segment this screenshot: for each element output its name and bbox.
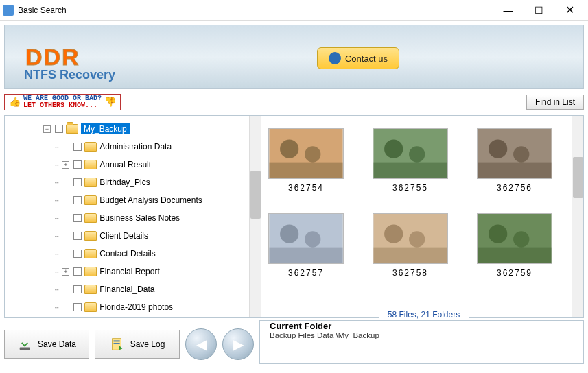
folder-icon (84, 285, 97, 294)
svg-rect-7 (373, 163, 447, 178)
tree-label: My_Backup (81, 123, 130, 134)
save-log-icon (110, 337, 125, 352)
preview-panel: 362754362755362756362757362758362759 (261, 116, 583, 317)
thumbnail-caption: 362754 (268, 183, 344, 193)
svg-rect-19 (373, 248, 447, 263)
tree-item[interactable]: ····Business Sales Notes (5, 209, 261, 227)
svg-point-2 (305, 146, 320, 162)
svg-rect-24 (20, 348, 30, 350)
titlebar: Basic Search — ☐ ✕ (0, 0, 588, 21)
contact-icon (329, 52, 341, 64)
window-title: Basic Search (18, 5, 493, 15)
tree-item[interactable]: ····Birthday_Pics (5, 173, 261, 191)
feedback-line2: LET OTHERS KNOW... (23, 102, 102, 109)
svg-point-14 (305, 231, 320, 247)
folder-icon (84, 249, 97, 258)
tree-label: Business Sales Notes (99, 213, 180, 223)
checkbox[interactable] (73, 143, 82, 151)
nav-forward-button[interactable]: ▶ (222, 328, 254, 360)
thumbnail-image (477, 213, 552, 264)
header-banner: DDR NTFS Recovery Contact us (4, 25, 584, 89)
checkbox[interactable] (73, 214, 82, 222)
expand-icon[interactable]: + (62, 161, 69, 169)
thumbnail-item[interactable]: 362754 (268, 128, 344, 193)
current-folder-panel: 58 Files, 21 Folders Current Folder Back… (259, 320, 584, 364)
svg-rect-23 (478, 248, 551, 263)
tree-label: Annual Result (99, 160, 151, 169)
checkbox[interactable] (73, 160, 82, 169)
footer: Save Data Save Log ◀ ▶ 58 Files, 21 Fold… (4, 325, 584, 363)
folder-icon (84, 213, 97, 223)
thumbnail-item[interactable]: 362756 (477, 128, 552, 193)
contact-us-button[interactable]: Contact us (317, 47, 399, 69)
svg-rect-15 (269, 248, 342, 263)
svg-point-6 (409, 146, 425, 162)
svg-point-21 (489, 225, 507, 243)
thumbnail-caption: 362755 (373, 183, 448, 193)
tree-label: Financial Report (99, 267, 159, 276)
folder-tree[interactable]: −My_Backup····Administration Data····+An… (5, 116, 261, 316)
svg-point-13 (280, 225, 298, 243)
maximize-button[interactable]: ☐ (524, 1, 554, 20)
tree-item[interactable]: ····Financial_Data (5, 280, 261, 298)
save-data-button[interactable]: Save Data (4, 330, 89, 359)
svg-point-1 (280, 140, 298, 158)
checkbox[interactable] (73, 196, 82, 204)
tree-root[interactable]: −My_Backup (5, 120, 261, 138)
checkbox[interactable] (73, 285, 82, 293)
svg-point-10 (513, 146, 529, 162)
folder-tree-panel: −My_Backup····Administration Data····+An… (5, 116, 261, 317)
folder-icon (84, 231, 97, 241)
tree-item[interactable]: ····Budget Analysis Documents (5, 191, 261, 209)
expand-icon[interactable]: + (62, 268, 69, 276)
tree-item[interactable]: ····Client Details (5, 227, 261, 245)
preview-scrollbar[interactable] (572, 116, 583, 317)
nav-back-button[interactable]: ◀ (185, 328, 217, 360)
checkbox[interactable] (73, 303, 82, 311)
product-subtitle: NTFS Recovery (24, 68, 115, 82)
minimize-button[interactable]: — (493, 1, 524, 20)
svg-rect-11 (478, 163, 551, 178)
svg-rect-26 (113, 341, 119, 342)
thumbnail-item[interactable]: 362757 (268, 213, 344, 278)
find-in-list-button[interactable]: Find in List (526, 95, 584, 110)
toolbar: 👍 WE ARE GOOD OR BAD? LET OTHERS KNOW...… (4, 93, 584, 111)
thumbnail-item[interactable]: 362759 (477, 213, 552, 278)
folder-icon (84, 160, 97, 169)
tree-item[interactable]: ····+Financial Report (5, 263, 261, 280)
thumbnail-item[interactable]: 362755 (373, 128, 448, 193)
folder-icon (84, 142, 97, 152)
tree-item[interactable]: ····+Annual Result (5, 156, 261, 173)
feedback-badge[interactable]: 👍 WE ARE GOOD OR BAD? LET OTHERS KNOW...… (4, 94, 121, 110)
svg-point-9 (489, 140, 507, 158)
checkbox[interactable] (55, 125, 63, 133)
thumbnail-image (373, 213, 448, 264)
tree-scrollbar[interactable] (249, 116, 261, 317)
svg-rect-27 (113, 343, 119, 344)
checkbox[interactable] (73, 178, 82, 186)
thumbnail-grid: 362754362755362756362757362758362759 (261, 116, 583, 290)
checkbox[interactable] (73, 250, 82, 258)
collapse-icon[interactable]: − (43, 125, 51, 133)
tree-label: Contact Details (99, 249, 155, 258)
thumbnail-item[interactable]: 362758 (373, 213, 448, 278)
svg-point-22 (513, 231, 529, 247)
thumbnail-image (373, 128, 448, 179)
tree-item[interactable]: ····Florida-2019 photos (5, 298, 261, 316)
current-folder-header: Current Folder (270, 321, 578, 331)
tree-item[interactable]: ····Administration Data (5, 138, 261, 156)
folder-icon (84, 178, 97, 187)
save-log-button[interactable]: Save Log (95, 330, 180, 359)
folder-icon (66, 124, 78, 134)
tree-label: Client Details (99, 231, 148, 241)
logo: DDR (25, 44, 80, 71)
checkbox[interactable] (73, 267, 82, 276)
checkbox[interactable] (73, 232, 82, 240)
save-log-label: Save Log (130, 339, 165, 349)
tree-item[interactable]: ····Contact Details (5, 245, 261, 263)
svg-point-18 (409, 231, 425, 247)
close-button[interactable]: ✕ (554, 1, 585, 20)
app-icon (3, 5, 14, 16)
thumbs-up-icon: 👍 (9, 97, 21, 107)
save-data-icon (17, 337, 32, 352)
